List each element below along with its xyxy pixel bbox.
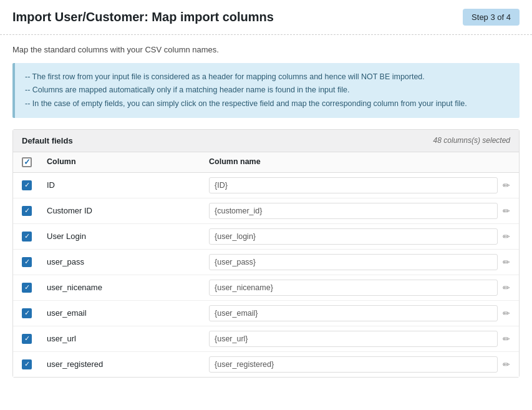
table-row: ✓ ID ✏: [13, 173, 519, 198]
table-row: ✓ user_url ✏: [13, 326, 519, 352]
check-header: ✓: [22, 157, 47, 167]
table-row: ✓ user_email ✏: [13, 301, 519, 326]
mapping-table: Default fields 48 columns(s) selected ✓ …: [12, 129, 520, 378]
column-name-input[interactable]: [209, 254, 498, 270]
column-name-input[interactable]: [209, 228, 498, 245]
column-name-cell: ✏: [209, 280, 510, 296]
row-checkbox-user-url[interactable]: ✓: [22, 334, 32, 344]
page-container: Import User/Customer: Map import columns…: [0, 0, 532, 410]
column-name-input[interactable]: [209, 280, 498, 296]
row-checkbox-user-registered[interactable]: ✓: [22, 359, 32, 369]
column-name-cell: ✏: [209, 305, 510, 321]
row-checkbox-user-nicename[interactable]: ✓: [22, 283, 32, 293]
page-body: Map the standard columns with your CSV c…: [0, 35, 532, 388]
column-name-input[interactable]: [209, 331, 498, 347]
table-row: ✓ User Login ✏: [13, 224, 519, 250]
edit-icon[interactable]: ✏: [503, 180, 510, 190]
column-name-input[interactable]: [209, 203, 498, 219]
column-header-column: Column: [47, 157, 209, 167]
check-icon: ✓: [24, 335, 30, 342]
edit-icon[interactable]: ✏: [503, 257, 510, 267]
row-check-cell: ✓: [22, 206, 47, 216]
column-label: ID: [47, 180, 209, 190]
check-icon: ✓: [24, 207, 30, 214]
column-name-cell: ✏: [209, 254, 510, 270]
column-name-cell: ✏: [209, 228, 510, 245]
column-name-cell: ✏: [209, 203, 510, 219]
column-name-cell: ✏: [209, 331, 510, 347]
table-row: ✓ Customer ID ✏: [13, 198, 519, 224]
column-name-input[interactable]: [209, 305, 498, 321]
table-row: ✓ user_nicename ✏: [13, 275, 519, 301]
row-check-cell: ✓: [22, 180, 47, 190]
row-check-cell: ✓: [22, 257, 47, 267]
step-badge: Step 3 of 4: [463, 9, 520, 26]
edit-icon[interactable]: ✏: [503, 308, 510, 318]
check-icon: ✓: [24, 158, 31, 166]
row-check-cell: ✓: [22, 359, 47, 369]
check-icon: ✓: [24, 258, 30, 265]
check-icon: ✓: [24, 361, 30, 368]
subtitle: Map the standard columns with your CSV c…: [12, 45, 520, 54]
column-label: User Login: [47, 232, 209, 241]
column-name-cell: ✏: [209, 177, 510, 193]
check-icon: ✓: [24, 233, 30, 240]
column-name-input[interactable]: [209, 177, 498, 193]
column-header-name: Column name: [209, 157, 510, 167]
info-box: -- The first row from your input file is…: [12, 63, 520, 118]
data-rows: ✓ ID ✏ ✓ Customer I: [13, 173, 519, 377]
edit-icon[interactable]: ✏: [503, 283, 510, 293]
check-icon: ✓: [24, 310, 30, 316]
column-label: user_url: [47, 334, 209, 343]
edit-icon[interactable]: ✏: [503, 359, 510, 369]
row-checkbox-user-login[interactable]: ✓: [22, 232, 32, 242]
row-check-cell: ✓: [22, 308, 47, 318]
column-label: Customer ID: [47, 206, 209, 215]
column-label: user_email: [47, 308, 209, 318]
row-check-cell: ✓: [22, 232, 47, 242]
check-icon: ✓: [24, 182, 30, 188]
info-message-1: -- The first row from your input file is…: [25, 71, 510, 84]
row-checkbox-user-email[interactable]: ✓: [22, 308, 32, 318]
check-icon: ✓: [24, 284, 30, 291]
row-check-cell: ✓: [22, 283, 47, 293]
edit-icon[interactable]: ✏: [503, 232, 510, 242]
row-checkbox-customer-id[interactable]: ✓: [22, 206, 32, 216]
table-section-title: Default fields: [22, 136, 73, 145]
row-check-cell: ✓: [22, 334, 47, 344]
row-checkbox-user-pass[interactable]: ✓: [22, 257, 32, 267]
table-row: ✓ user_registered ✏: [13, 352, 519, 377]
select-all-checkbox[interactable]: ✓: [22, 157, 32, 167]
page-title: Import User/Customer: Map import columns: [12, 10, 274, 24]
column-name-input[interactable]: [209, 356, 498, 373]
table-header-bar: Default fields 48 columns(s) selected: [13, 130, 519, 152]
column-label: user_pass: [47, 257, 209, 266]
table-row: ✓ user_pass ✏: [13, 250, 519, 275]
edit-icon[interactable]: ✏: [503, 334, 510, 344]
edit-icon[interactable]: ✏: [503, 206, 510, 216]
row-checkbox-id[interactable]: ✓: [22, 180, 32, 190]
info-message-3: -- In the case of empty fields, you can …: [25, 97, 510, 110]
page-header: Import User/Customer: Map import columns…: [0, 0, 532, 35]
column-label: user_nicename: [47, 283, 209, 292]
column-label: user_registered: [47, 359, 209, 369]
column-headers: ✓ Column Column name: [13, 152, 519, 173]
column-name-cell: ✏: [209, 356, 510, 373]
info-message-2: -- Columns are mapped automatically only…: [25, 84, 510, 97]
columns-selected-count: 48 columns(s) selected: [433, 136, 510, 145]
